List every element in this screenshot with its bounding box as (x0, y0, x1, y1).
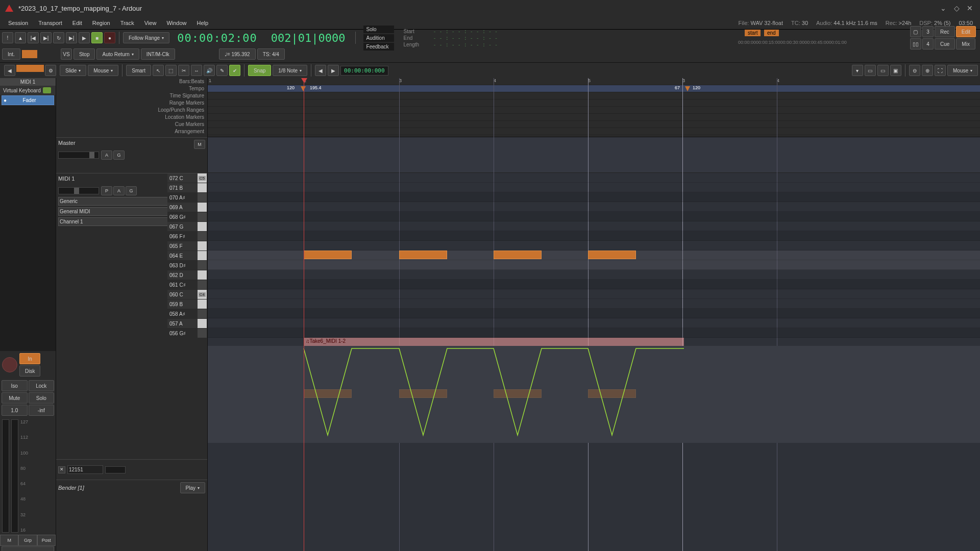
master-automation-button[interactable]: A (101, 151, 112, 160)
audition-tool-button[interactable]: 🔊 (204, 65, 215, 76)
automation-close-button[interactable]: ✕ (58, 466, 65, 473)
stop-button[interactable]: ■ (91, 32, 103, 43)
layout-button[interactable]: ▢ (910, 26, 921, 37)
track-color-bar[interactable] (16, 65, 44, 72)
smart-mode-button[interactable]: Smart (126, 65, 151, 76)
close-icon[interactable]: ✕ (965, 3, 975, 13)
monitor-knob[interactable] (2, 357, 17, 372)
rec-page-button[interactable]: Rec (935, 26, 955, 37)
ruler-label-location[interactable]: Location Markers (56, 114, 207, 121)
strip-settings-icon[interactable]: ⚙ (45, 65, 56, 76)
loop-button[interactable]: ↻ (53, 32, 64, 43)
ruler-label-arrangement[interactable]: Arrangement (56, 128, 207, 135)
piano-key[interactable]: 061 C♯ (167, 280, 207, 290)
ruler-cue[interactable] (208, 121, 980, 128)
midi1-fader[interactable] (58, 187, 99, 194)
feedback-alert[interactable]: Feedback (363, 43, 394, 51)
hide-strip-button[interactable]: ◀ (4, 65, 15, 76)
monitor-disk-button[interactable]: Disk (19, 365, 40, 377)
automation-lane[interactable] (208, 346, 980, 443)
strip-grp-button[interactable]: Grp (18, 535, 37, 546)
midi1-group-button[interactable]: G (126, 186, 137, 195)
playhead[interactable] (304, 78, 304, 551)
primary-clock[interactable]: 00:00:02:00 (171, 32, 263, 44)
zoom-out-button[interactable]: ⊖ (909, 65, 920, 76)
piano-key[interactable]: 069 A (167, 203, 207, 212)
master-fader[interactable] (58, 152, 99, 159)
ruler-barsbeats[interactable]: 1 2 3 4 5 3 4 (208, 78, 980, 85)
transport-stop-mode[interactable]: Stop (74, 48, 95, 60)
menu-session[interactable]: Session (3, 18, 33, 28)
ruler-area[interactable]: 1 2 3 4 5 3 4 120 195.4 67 120 (208, 78, 980, 137)
automation-value-input[interactable] (67, 465, 103, 474)
goto-start-button[interactable]: |◀ (28, 32, 39, 43)
range-marker-start[interactable]: start (745, 30, 761, 36)
play-range-button[interactable]: ▶| (66, 32, 77, 43)
peak-display[interactable]: -inf (29, 405, 55, 416)
edit-page-button[interactable]: Edit (956, 26, 976, 37)
play-button[interactable]: ▶ (79, 32, 90, 43)
zoom-tool-2[interactable]: ▭ (865, 65, 876, 76)
solo-button[interactable]: Solo (29, 392, 55, 404)
lock-button[interactable]: Lock (29, 380, 55, 391)
piano-key[interactable]: 063 D♯ (167, 261, 207, 270)
automation-curve[interactable] (208, 346, 980, 443)
iso-button[interactable]: Iso (2, 380, 28, 391)
midi1-playlist-button[interactable]: P (101, 186, 112, 195)
ruler-label-tempo[interactable]: Tempo (56, 85, 207, 92)
menu-track[interactable]: Track (115, 18, 139, 28)
menu-region[interactable]: Region (87, 18, 115, 28)
master-track-lane[interactable] (208, 137, 980, 173)
piano-key[interactable]: 060 CC4 (167, 290, 207, 299)
menu-transport[interactable]: Transport (33, 18, 67, 28)
midi-note[interactable] (588, 251, 636, 259)
strip-m-button[interactable]: M (0, 535, 18, 546)
automation-mode-dropdown[interactable]: Play (180, 482, 205, 493)
fader-processor[interactable]: ●Fader (2, 95, 54, 105)
fader-slider[interactable] (2, 419, 9, 533)
ruler-arrangement[interactable] (208, 128, 980, 135)
menu-help[interactable]: Help (192, 18, 214, 28)
midi-note[interactable] (494, 251, 542, 259)
strip-output-button[interactable]: - (2, 546, 54, 551)
track-color-swatch[interactable] (22, 50, 37, 58)
audition-alert[interactable]: Audition (363, 34, 394, 42)
draw-tool-button[interactable]: ✎ (216, 65, 228, 76)
record-button[interactable]: ● (104, 32, 115, 43)
ruler-tempo[interactable]: 120 195.4 67 120 (208, 85, 980, 92)
processor-box[interactable] (0, 106, 56, 351)
stretch-tool-button[interactable]: ↔ (191, 65, 202, 76)
virtual-keyboard-row[interactable]: Virtual Keyboard (0, 86, 56, 95)
menu-edit[interactable]: Edit (67, 18, 87, 28)
tempo-display[interactable]: ♩= 195.392 (219, 48, 256, 60)
cut-tool-button[interactable]: ✂ (178, 65, 189, 76)
edit-tool-button[interactable]: ✔ (229, 65, 240, 76)
strip-track-name[interactable]: MIDI 1 (0, 78, 56, 86)
ruler-range[interactable] (208, 99, 980, 107)
ruler-label-looppunch[interactable]: Loop/Punch Ranges (56, 107, 207, 114)
solo-alert[interactable]: Solo (363, 26, 394, 33)
layout-3-button[interactable]: 3 (922, 26, 934, 37)
ruler-looppunch[interactable] (208, 107, 980, 114)
ruler-label-barsbeats[interactable]: Bars:Beats (56, 78, 207, 85)
ruler-label-timesig[interactable]: Time Signature (56, 92, 207, 99)
piano-key[interactable]: 057 A (167, 319, 207, 329)
ruler-timesig[interactable] (208, 92, 980, 99)
ruler-location[interactable] (208, 114, 980, 121)
ruler-label-rangemarkers[interactable]: Range Markers (56, 99, 207, 107)
follow-range-dropdown[interactable]: Follow Range (123, 32, 169, 43)
piano-key[interactable]: 068 G♯ (167, 212, 207, 222)
vs-button[interactable]: VS (61, 48, 72, 60)
master-mute-button[interactable]: M (194, 140, 205, 149)
int-mclk-button[interactable]: INT/M-Clk (141, 48, 175, 60)
master-group-button[interactable]: G (113, 151, 125, 160)
menu-window[interactable]: Window (161, 18, 191, 28)
minimize-icon[interactable]: ⌄ (938, 3, 948, 13)
range-tool-button[interactable]: ⬚ (165, 65, 177, 76)
goto-end-button[interactable]: ▶| (40, 32, 52, 43)
track-header-master[interactable]: Master M A G (56, 137, 207, 173)
timeline-canvas[interactable]: 1 2 3 4 5 3 4 120 195.4 67 120 (208, 78, 980, 551)
timesig-display[interactable]: TS: 4/4 (257, 48, 285, 60)
mini-timeline[interactable]: start end 00:00:00 00:00:15:00 00:00:30:… (503, 30, 890, 46)
mute-button[interactable]: Mute (2, 392, 28, 404)
